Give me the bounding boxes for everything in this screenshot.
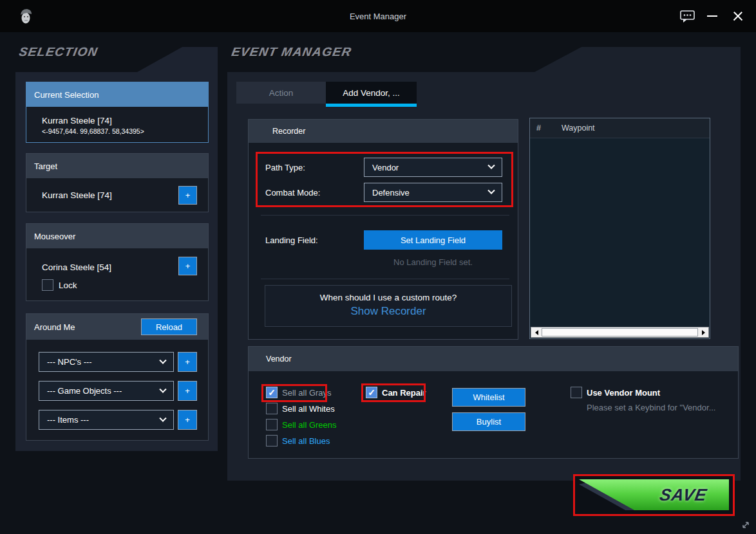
current-selection-coords: <-9457,644. 99,68837. 58,34395>	[42, 127, 208, 135]
scrollbar-thumb[interactable]	[542, 328, 698, 336]
sell-all-grays-checkbox[interactable]	[266, 387, 278, 398]
waypoint-col-number: #	[536, 124, 541, 133]
resize-grip-icon[interactable]	[741, 520, 751, 533]
waypoint-col-name: Waypoint	[562, 124, 595, 133]
show-recorder-link[interactable]: Show Recorder	[265, 305, 511, 318]
vendor-keybind-note: Please set a Keybind for "Vendor...	[587, 403, 715, 412]
combat-mode-label: Combat Mode:	[265, 188, 320, 198]
save-button[interactable]: SAVE	[573, 474, 735, 516]
npcs-add-button[interactable]: +	[178, 352, 197, 372]
mouseover-header: Mouseover	[26, 224, 208, 248]
current-selection-header: Current Selection	[26, 82, 208, 107]
game-objects-dropdown[interactable]: --- Game Objects ---	[39, 381, 174, 401]
sell-all-whites-checkbox[interactable]	[266, 403, 278, 414]
sell-all-whites-row: Sell all Whites	[266, 403, 335, 414]
whitelist-button[interactable]: Whitelist	[452, 388, 525, 407]
lock-checkbox[interactable]	[42, 279, 53, 291]
recorder-header: Recorder	[249, 120, 518, 143]
selection-title: SELECTION	[18, 45, 99, 59]
no-landing-field-text: No Landing Field set.	[364, 257, 502, 267]
target-name: Kurran Steele [74]	[42, 190, 112, 200]
sell-all-greens-row: Sell all Greens	[266, 419, 337, 430]
combat-mode-value: Defensive	[372, 188, 410, 198]
game-objects-add-button[interactable]: +	[178, 381, 197, 401]
active-tab-underline	[326, 104, 417, 107]
chevron-down-icon	[159, 356, 166, 364]
use-vendor-mount-label: Use Vendor Mount	[587, 388, 660, 398]
save-button-label: SAVE	[630, 479, 735, 510]
waypoint-list-body[interactable]	[530, 138, 710, 327]
scroll-right-icon	[702, 330, 705, 335]
target-header: Target	[26, 154, 208, 178]
waypoint-list-header: # Waypoint	[530, 118, 710, 138]
minimize-button[interactable]	[707, 15, 717, 17]
npcs-dropdown[interactable]: --- NPC's ---	[39, 352, 174, 372]
sell-all-blues-checkbox[interactable]	[266, 435, 278, 447]
use-vendor-mount-checkbox[interactable]	[571, 387, 582, 398]
chevron-down-icon	[487, 162, 495, 169]
set-landing-field-button[interactable]: Set Landing Field	[364, 230, 502, 250]
sell-all-blues-label: Sell all Blues	[282, 436, 330, 446]
waypoint-list: # Waypoint	[529, 118, 710, 339]
can-repair-row: Can Repair	[366, 387, 426, 398]
can-repair-label: Can Repair	[382, 388, 426, 398]
divider	[261, 279, 509, 279]
sell-all-blues-row: Sell all Blues	[266, 435, 330, 447]
path-type-label: Path Type:	[265, 163, 305, 172]
mouseover-box: Mouseover Corina Steele [54] + Lock	[26, 223, 209, 301]
items-dropdown[interactable]: --- Items ---	[39, 410, 174, 430]
chevron-down-icon	[159, 414, 166, 421]
landing-field-label: Landing Field:	[265, 235, 318, 245]
npcs-dropdown-value: --- NPC's ---	[47, 357, 92, 367]
scroll-right-button[interactable]	[698, 327, 708, 337]
around-me-header: Around Me Reload	[26, 314, 208, 340]
current-selection-name: Kurran Steele [74]	[42, 116, 208, 125]
sell-all-grays-label: Sell all Grays	[282, 388, 332, 398]
sell-all-greens-checkbox[interactable]	[266, 419, 278, 430]
sell-all-grays-row: Sell all Grays	[266, 387, 332, 398]
chat-icon[interactable]	[680, 10, 695, 26]
sell-all-greens-label: Sell all Greens	[282, 420, 337, 430]
path-type-dropdown[interactable]: Vendor	[364, 158, 502, 177]
chevron-down-icon	[487, 187, 495, 194]
lock-label: Lock	[59, 281, 77, 290]
event-manager-title: EVENT MANAGER	[231, 45, 353, 59]
waypoint-horizontal-scrollbar[interactable]	[531, 327, 709, 338]
use-vendor-mount-row: Use Vendor Mount	[571, 387, 660, 398]
event-manager-window: Event Manager SELECTION EVENT MANAGER Cu…	[0, 0, 756, 534]
sell-all-whites-label: Sell all Whites	[282, 404, 335, 414]
vendor-header: Vendor	[249, 347, 738, 371]
custom-route-info-box: When should I use a custom route? Show R…	[265, 285, 512, 327]
game-objects-dropdown-value: --- Game Objects ---	[47, 386, 122, 396]
items-dropdown-value: --- Items ---	[47, 415, 89, 425]
target-box: Target Kurran Steele [74] +	[26, 153, 209, 212]
tab-action[interactable]: Action	[236, 82, 326, 104]
items-add-button[interactable]: +	[178, 410, 197, 430]
close-button[interactable]	[732, 10, 744, 23]
titlebar: Event Manager	[0, 0, 756, 32]
target-add-button[interactable]: +	[178, 186, 197, 205]
reload-button[interactable]: Reload	[141, 318, 197, 335]
custom-route-question: When should I use a custom route?	[265, 293, 511, 302]
can-repair-checkbox[interactable]	[366, 387, 377, 398]
current-selection-box: Current Selection Kurran Steele [74] <-9…	[26, 82, 209, 143]
scroll-left-icon	[535, 330, 538, 335]
scroll-left-button[interactable]	[531, 327, 542, 337]
chevron-down-icon	[159, 385, 166, 392]
window-title: Event Manager	[0, 12, 756, 21]
mouseover-name: Corina Steele [54]	[42, 262, 111, 272]
combat-mode-dropdown[interactable]: Defensive	[364, 183, 502, 202]
around-me-label: Around Me	[34, 322, 75, 332]
path-type-value: Vendor	[372, 163, 399, 172]
mouseover-add-button[interactable]: +	[178, 257, 197, 275]
buylist-button[interactable]: Buylist	[452, 412, 525, 431]
divider	[261, 215, 509, 216]
tab-add-vendor[interactable]: Add Vendor, ...	[326, 82, 417, 104]
